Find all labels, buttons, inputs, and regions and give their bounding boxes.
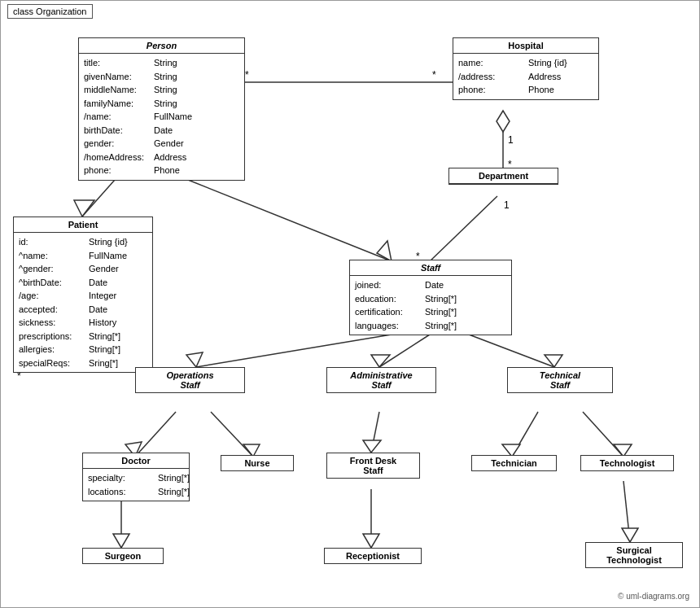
class-doctor-header: Doctor: [83, 453, 189, 469]
svg-marker-26: [363, 440, 381, 453]
svg-line-15: [196, 335, 392, 367]
svg-text:1: 1: [504, 199, 510, 211]
svg-line-23: [211, 412, 253, 457]
svg-line-19: [469, 335, 554, 367]
svg-marker-32: [113, 534, 129, 548]
svg-marker-16: [186, 352, 203, 367]
svg-marker-18: [371, 355, 390, 367]
svg-text:1: 1: [508, 134, 514, 146]
svg-line-29: [583, 412, 623, 457]
class-staff-header: Staff: [350, 260, 511, 276]
svg-line-10: [82, 180, 115, 217]
class-patient-body: id:String {id} ^name:FullName ^gender:Ge…: [14, 233, 152, 372]
svg-marker-13: [377, 241, 392, 261]
class-hospital-body: name:String {id} /address:Address phone:…: [453, 54, 598, 99]
class-staff-body: joined:Date education:String[*] certific…: [350, 276, 511, 335]
svg-line-7: [430, 196, 497, 261]
class-doctor: Doctor specialty:String[*] locations:Str…: [82, 453, 190, 501]
class-technologist-header: Technologist: [581, 456, 673, 470]
diagram-title: class Organization: [7, 4, 93, 19]
class-technologist: Technologist: [580, 455, 674, 471]
class-front-desk-header: Front DeskStaff: [327, 453, 419, 478]
svg-text:*: *: [245, 69, 249, 81]
class-surgical-tech: SurgicalTechnologist: [585, 542, 683, 568]
diagram-container: class Organization * * 1 * 1 * *: [0, 0, 700, 608]
class-hospital: Hospital name:String {id} /address:Addre…: [453, 37, 599, 100]
svg-marker-36: [622, 528, 638, 542]
svg-marker-20: [545, 355, 562, 367]
svg-line-12: [188, 180, 392, 261]
class-surgeon-header: Surgeon: [83, 549, 163, 563]
class-nurse: Nurse: [221, 455, 294, 471]
class-receptionist: Receptionist: [324, 548, 422, 564]
class-patient-header: Patient: [14, 217, 152, 233]
class-tech-staff: TechnicalStaff: [507, 367, 613, 393]
class-ops-staff: OperationsStaff: [135, 367, 245, 393]
svg-marker-34: [363, 534, 379, 548]
class-person-body: title:String givenName:String middleName…: [79, 54, 244, 180]
class-department-header: Department: [449, 168, 558, 184]
class-hospital-header: Hospital: [453, 38, 598, 54]
class-person-header: Person: [79, 38, 244, 54]
svg-line-25: [371, 412, 379, 453]
class-technician-header: Technician: [472, 456, 556, 470]
class-tech-staff-header: TechnicalStaff: [508, 368, 612, 392]
copyright: © uml-diagrams.org: [618, 592, 689, 601]
class-receptionist-header: Receptionist: [325, 549, 421, 563]
class-technician: Technician: [471, 455, 557, 471]
class-staff: Staff joined:Date education:String[*] ce…: [349, 260, 512, 335]
class-department: Department: [448, 168, 558, 185]
svg-line-35: [623, 481, 630, 542]
class-ops-staff-header: OperationsStaff: [136, 368, 244, 392]
class-doctor-body: specialty:String[*] locations:String[*]: [83, 469, 189, 501]
class-patient: Patient id:String {id} ^name:FullName ^g…: [13, 217, 153, 373]
class-front-desk: Front DeskStaff: [326, 453, 420, 479]
class-surgical-tech-header: SurgicalTechnologist: [586, 543, 682, 567]
class-admin-staff-header: AdministrativeStaff: [327, 368, 435, 392]
class-nurse-header: Nurse: [221, 456, 293, 470]
svg-marker-4: [497, 111, 510, 132]
svg-text:*: *: [432, 69, 436, 81]
svg-line-21: [135, 412, 176, 457]
class-admin-staff: AdministrativeStaff: [326, 367, 436, 393]
svg-line-27: [512, 412, 538, 457]
class-person: Person title:String givenName:String mid…: [78, 37, 245, 181]
svg-marker-11: [74, 200, 94, 217]
svg-line-17: [379, 335, 430, 367]
class-surgeon: Surgeon: [82, 548, 164, 564]
